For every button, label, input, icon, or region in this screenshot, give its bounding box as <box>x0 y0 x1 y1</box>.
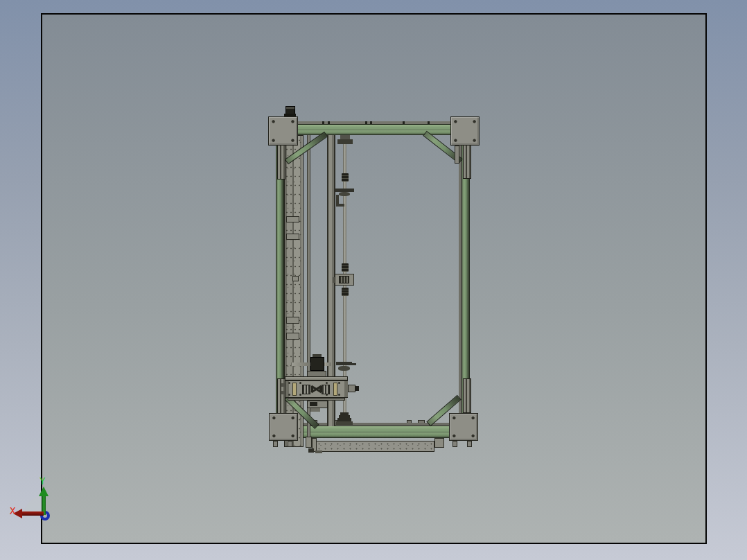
carriage-bowtie-coupler <box>311 383 322 395</box>
plate-leg <box>273 441 278 447</box>
printer-frame-model[interactable] <box>267 104 480 454</box>
z-motor[interactable] <box>310 357 324 371</box>
carriage-spring-coil <box>302 385 310 394</box>
carriage-left-nub <box>281 391 285 394</box>
tower-tab[interactable] <box>286 333 299 340</box>
plate-leg <box>452 441 457 447</box>
screw-collar[interactable] <box>342 288 349 296</box>
origin-triad: Y X <box>10 475 68 537</box>
carriage-bolt <box>288 394 290 396</box>
bed-left-block <box>306 437 312 448</box>
carriage-lower-slot <box>310 402 317 406</box>
corner-plate-bottom-left[interactable] <box>269 413 298 441</box>
carriage-bolt <box>326 382 328 384</box>
bowtie-end <box>319 386 322 392</box>
carriage-spring-tan <box>292 383 297 396</box>
carriage-spring-coil <box>322 385 330 394</box>
carriage-end-cap <box>344 381 348 397</box>
tnut-mark <box>370 121 372 124</box>
screw-top-mount-base <box>337 139 353 144</box>
corner-plate-top-right[interactable] <box>450 116 480 146</box>
carriage-bolt <box>299 394 301 396</box>
flange-l-foot <box>336 204 344 207</box>
carriage-bolt <box>299 382 301 384</box>
tnut-mark <box>428 121 430 124</box>
tower-tab[interactable] <box>292 276 299 281</box>
screw-bottom-base <box>336 421 353 425</box>
tnut-mark <box>322 121 324 124</box>
corner-bracket-top-left[interactable] <box>277 143 285 180</box>
x-axis-label: X <box>10 506 15 516</box>
carriage-lower-foot <box>310 408 320 412</box>
carriage-spring-tan <box>333 383 337 396</box>
carriage-tab-tip <box>355 386 359 391</box>
motor-shaft-rod-left[interactable] <box>291 362 310 366</box>
tnut-mark <box>403 121 405 124</box>
nut-block-core <box>339 276 349 283</box>
carriage-bolt <box>288 382 290 384</box>
carriage-bolt <box>338 394 340 396</box>
carriage-bolt <box>326 394 328 396</box>
screw-flange-disc-lower <box>338 366 350 371</box>
screw-collar[interactable] <box>342 263 349 272</box>
bed-foot <box>315 450 322 453</box>
plate-leg <box>455 146 459 164</box>
y-axis-arrowhead-icon <box>39 487 49 496</box>
bed-foot <box>308 448 314 453</box>
tower-tab[interactable] <box>286 216 299 222</box>
shaft-coupler[interactable] <box>342 173 349 182</box>
tower-tab[interactable] <box>286 317 299 324</box>
carriage-left-nub <box>281 383 285 387</box>
screw-flange-disc <box>339 192 350 196</box>
x-axis-arrow-icon <box>21 511 44 516</box>
app-canvas: { "app": { "description": "CAD assembly … <box>0 0 747 560</box>
plate-leg <box>467 441 472 447</box>
corner-bracket-top-right[interactable] <box>463 144 471 179</box>
tnut-mark <box>365 121 367 124</box>
bed-platform[interactable] <box>315 441 434 452</box>
corner-plate-bottom-right[interactable] <box>449 413 478 441</box>
tnut-mark <box>328 121 330 124</box>
cad-viewport[interactable]: Y X <box>41 13 707 544</box>
y-axis-label: Y <box>39 476 45 486</box>
carriage-bolt <box>338 382 340 384</box>
bed-end-block <box>434 438 444 448</box>
motor-shaft-rod-right[interactable] <box>324 362 331 366</box>
screw-flange-arm-lower[interactable] <box>336 362 352 365</box>
tower-tab[interactable] <box>286 234 299 240</box>
bowtie-end <box>311 386 313 392</box>
corner-bracket-bottom-right[interactable] <box>463 378 471 413</box>
corner-plate-top-left[interactable] <box>268 116 298 146</box>
screw-flange-arm-ext <box>351 363 356 365</box>
plate-leg <box>288 441 292 447</box>
